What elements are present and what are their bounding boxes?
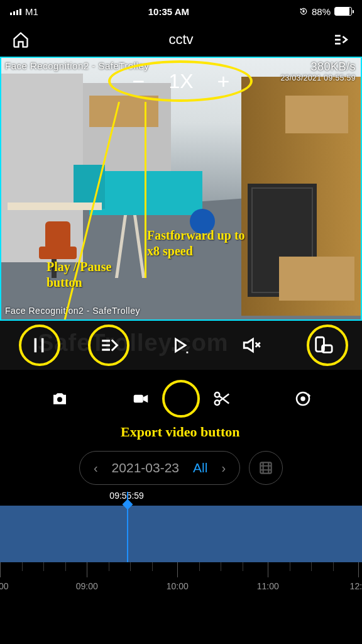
- playback-controls-row: SafeTrolley.com: [0, 321, 362, 370]
- speaker-mute-icon: [241, 335, 263, 356]
- timeline-playhead[interactable]: [127, 492, 128, 562]
- fullscreen-button[interactable]: [309, 331, 337, 360]
- watermark-text: SafeTrolley.com: [38, 330, 229, 357]
- snapshot-button[interactable]: [45, 384, 74, 413]
- carrier-label: M1: [25, 6, 38, 17]
- timeline-recording-band: [0, 506, 362, 562]
- status-bar: M1 10:35 AM 88%: [0, 0, 362, 23]
- next-day-button[interactable]: ›: [221, 461, 226, 475]
- timeline-ticks: 8:00 09:00 10:00 11:00 12:0: [0, 562, 362, 600]
- svg-rect-4: [133, 395, 143, 403]
- speed-increase-button[interactable]: +: [217, 69, 230, 94]
- fisheye-icon: [293, 389, 312, 408]
- date-picker-button[interactable]: ‹ 2021-03-23 All ›: [79, 451, 240, 485]
- camera-name-overlay-top: Face Recognition2 - SafeTrolley: [5, 60, 149, 71]
- record-button[interactable]: [126, 384, 155, 413]
- timeline[interactable]: 09:55:59 8:00 09:00 10:00 11:00 12:0: [0, 492, 362, 611]
- rotate-device-icon: [312, 335, 334, 356]
- film-icon: [258, 460, 274, 476]
- speed-decrease-button[interactable]: −: [133, 69, 145, 94]
- clock-label: 10:35 AM: [148, 6, 189, 17]
- mute-button[interactable]: [238, 331, 266, 360]
- list-arrow-icon: [332, 30, 351, 49]
- svg-point-8: [300, 396, 305, 401]
- camera-name-overlay-bottom: Face Recognition2 - SafeTrolley: [5, 306, 140, 316]
- scissors-icon: [212, 389, 231, 408]
- home-button[interactable]: [11, 30, 30, 49]
- date-selector-row: ‹ 2021-03-23 All ›: [0, 444, 362, 492]
- signal-bars-icon: [10, 8, 21, 15]
- camera-icon: [50, 389, 69, 408]
- filter-label[interactable]: All: [193, 460, 207, 475]
- timestamp-overlay: 23/03/2021 09:55:59: [280, 74, 356, 82]
- fisheye-button[interactable]: [288, 384, 317, 413]
- page-title: cctv: [168, 31, 193, 48]
- action-controls-row: [0, 370, 362, 428]
- speed-label: 1X: [168, 70, 193, 93]
- recordings-list-button[interactable]: [249, 451, 283, 485]
- svg-rect-9: [260, 462, 271, 473]
- svg-rect-0: [303, 11, 305, 13]
- video-feed-image: [1, 58, 361, 319]
- svg-point-3: [57, 397, 62, 402]
- title-bar: cctv: [0, 23, 362, 57]
- battery-pct-label: 88%: [312, 6, 331, 17]
- prev-day-button[interactable]: ‹: [94, 461, 98, 475]
- battery-icon: [334, 7, 352, 16]
- bitrate-overlay: 380KB/s 23/03/2021 09:55:59: [280, 60, 356, 82]
- date-label: 2021-03-23: [112, 460, 179, 475]
- device-list-button[interactable]: [332, 30, 351, 49]
- export-clip-button[interactable]: [207, 384, 236, 413]
- home-icon: [12, 31, 30, 48]
- video-camera-icon: [131, 389, 150, 408]
- rotation-lock-icon: [299, 7, 308, 16]
- video-viewport[interactable]: Face Recognition2 - SafeTrolley 380KB/s …: [0, 57, 362, 321]
- speed-control: − 1X +: [133, 69, 230, 94]
